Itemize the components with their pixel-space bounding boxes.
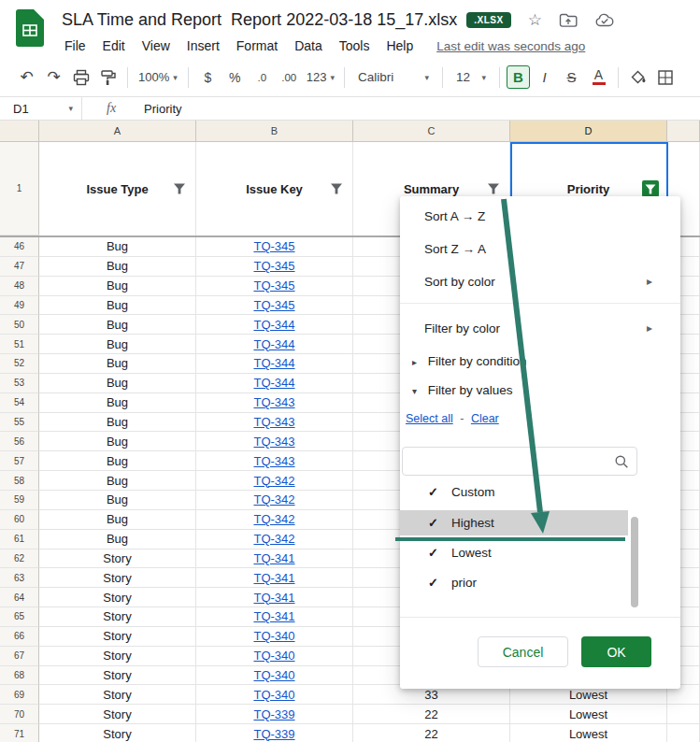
issue-key-link[interactable]: TQ-343 xyxy=(253,415,294,429)
menu-tools[interactable]: Tools xyxy=(331,38,379,53)
cell-issue-type[interactable]: Story xyxy=(39,666,196,686)
menu-item-sort-by-color[interactable]: Sort by color ▸ xyxy=(400,265,680,298)
formula-input[interactable]: Priority xyxy=(144,102,181,116)
undo-button[interactable]: ↶ xyxy=(14,64,39,90)
header-cell-issue-type[interactable]: Issue Type xyxy=(39,142,196,235)
issue-key-link[interactable]: TQ-343 xyxy=(253,395,294,409)
column-header-c[interactable]: C xyxy=(353,121,510,142)
menu-file[interactable]: File xyxy=(56,38,94,53)
cancel-button[interactable]: Cancel xyxy=(478,636,568,667)
cell-issue-type[interactable]: Story xyxy=(39,705,196,724)
cell-issue-key[interactable]: TQ-341 xyxy=(196,588,353,607)
last-edit-status[interactable]: Last edit was seconds ago xyxy=(436,39,585,53)
issue-key-link[interactable]: TQ-342 xyxy=(253,492,294,507)
bold-button[interactable]: B xyxy=(507,65,530,89)
issue-key-link[interactable]: TQ-342 xyxy=(253,532,294,546)
cell-issue-type[interactable]: Story xyxy=(39,549,196,569)
cell-issue-key[interactable]: TQ-342 xyxy=(196,491,353,510)
menu-data[interactable]: Data xyxy=(286,38,331,53)
cell-issue-type[interactable]: Bug xyxy=(39,451,196,471)
column-header-b[interactable]: B xyxy=(196,121,353,142)
column-header-d[interactable]: D xyxy=(510,121,667,142)
filter-funnel-icon[interactable] xyxy=(173,183,186,195)
redo-button[interactable]: ↷ xyxy=(41,64,66,90)
text-color-button[interactable]: A xyxy=(586,64,611,90)
section-filter-by-condition[interactable]: ▸ Filter by condition xyxy=(400,345,680,378)
menu-item-sort-az[interactable]: Sort A → Z xyxy=(400,200,680,233)
cell-summary[interactable]: 22 xyxy=(353,724,510,742)
issue-key-link[interactable]: TQ-340 xyxy=(253,649,294,663)
row-number[interactable]: 60 xyxy=(0,510,39,530)
header-cell-issue-key[interactable]: Issue Key xyxy=(196,142,353,235)
row-number[interactable]: 56 xyxy=(0,432,39,451)
cell-issue-type[interactable]: Story xyxy=(39,568,196,588)
row-number[interactable]: 69 xyxy=(0,685,39,705)
star-icon[interactable]: ☆ xyxy=(528,10,542,30)
cell-issue-key[interactable]: TQ-343 xyxy=(196,451,353,471)
cell-issue-type[interactable]: Story xyxy=(39,588,196,607)
cell-issue-key[interactable]: TQ-344 xyxy=(196,315,353,335)
cell-issue-key[interactable]: TQ-340 xyxy=(196,666,353,686)
issue-key-link[interactable]: TQ-342 xyxy=(253,512,294,526)
zoom-select[interactable]: 100% ▾ xyxy=(135,64,181,90)
cell-issue-key[interactable]: TQ-344 xyxy=(196,374,353,393)
filter-value-prior[interactable]: ✓prior xyxy=(400,568,628,598)
issue-key-link[interactable]: TQ-339 xyxy=(253,727,294,741)
print-button[interactable] xyxy=(68,64,93,90)
cell-issue-type[interactable]: Bug xyxy=(39,277,196,296)
cloud-status-icon[interactable] xyxy=(594,13,615,28)
cell-issue-key[interactable]: TQ-342 xyxy=(196,510,353,530)
row-number[interactable]: 46 xyxy=(0,237,39,257)
row-number[interactable]: 63 xyxy=(0,568,39,588)
filter-value-lowest[interactable]: ✓Lowest xyxy=(400,538,628,568)
cell-issue-type[interactable]: Bug xyxy=(39,413,196,433)
issue-key-link[interactable]: TQ-341 xyxy=(253,551,294,565)
cell-issue-type[interactable]: Bug xyxy=(39,257,196,277)
cell-issue-key[interactable]: TQ-339 xyxy=(196,724,353,742)
row-number[interactable]: 59 xyxy=(0,491,39,510)
cell-issue-type[interactable]: Bug xyxy=(39,471,196,491)
section-filter-by-values[interactable]: ▾ Filter by values xyxy=(400,374,680,407)
issue-key-link[interactable]: TQ-340 xyxy=(253,629,294,643)
issue-key-link[interactable]: TQ-341 xyxy=(253,571,294,585)
row-number[interactable]: 71 xyxy=(0,724,39,742)
fill-color-button[interactable] xyxy=(625,64,650,90)
cell-issue-key[interactable]: TQ-345 xyxy=(196,277,353,296)
format-percent-button[interactable]: % xyxy=(222,64,248,90)
ok-button[interactable]: OK xyxy=(581,636,651,667)
cell-issue-key[interactable]: TQ-339 xyxy=(196,705,353,724)
filter-funnel-icon[interactable] xyxy=(330,183,343,195)
cell-issue-key[interactable]: TQ-341 xyxy=(196,549,353,569)
cell-issue-type[interactable]: Bug xyxy=(39,432,196,451)
cell-issue-type[interactable]: Story xyxy=(39,724,196,742)
cell-issue-key[interactable]: TQ-344 xyxy=(196,335,353,354)
column-header-a[interactable]: A xyxy=(39,121,196,142)
cell-issue-key[interactable]: TQ-345 xyxy=(196,296,353,316)
cell-issue-key[interactable]: TQ-342 xyxy=(196,530,353,549)
cell-issue-key[interactable]: TQ-342 xyxy=(196,471,353,491)
menu-insert[interactable]: Insert xyxy=(179,38,228,53)
borders-button[interactable] xyxy=(652,64,678,90)
cell-issue-key[interactable]: TQ-341 xyxy=(196,568,353,588)
menu-item-filter-by-color[interactable]: Filter by color ▸ xyxy=(400,312,680,345)
issue-key-link[interactable]: TQ-343 xyxy=(253,435,294,449)
issue-key-link[interactable]: TQ-340 xyxy=(253,688,294,702)
issue-key-link[interactable]: TQ-345 xyxy=(253,298,294,312)
cell-issue-key[interactable]: TQ-340 xyxy=(196,627,353,647)
issue-key-link[interactable]: TQ-340 xyxy=(253,668,294,682)
cell-issue-type[interactable]: Story xyxy=(39,685,196,705)
row-number[interactable]: 65 xyxy=(0,607,39,627)
cell-issue-key[interactable]: TQ-341 xyxy=(196,607,353,627)
number-format-button[interactable]: 123 ▾ xyxy=(304,64,337,90)
issue-key-link[interactable]: TQ-345 xyxy=(253,259,294,273)
column-header-e[interactable] xyxy=(667,121,700,142)
cell-issue-type[interactable]: Bug xyxy=(39,510,196,530)
menu-help[interactable]: Help xyxy=(378,38,421,53)
row-number[interactable]: 57 xyxy=(0,451,39,471)
row-number[interactable]: 49 xyxy=(0,296,39,316)
menu-format[interactable]: Format xyxy=(228,38,286,53)
font-select[interactable]: Calibri ▾ xyxy=(351,64,436,90)
row-number[interactable]: 54 xyxy=(0,393,39,413)
issue-key-link[interactable]: TQ-344 xyxy=(253,356,294,370)
issue-key-link[interactable]: TQ-344 xyxy=(253,318,294,332)
